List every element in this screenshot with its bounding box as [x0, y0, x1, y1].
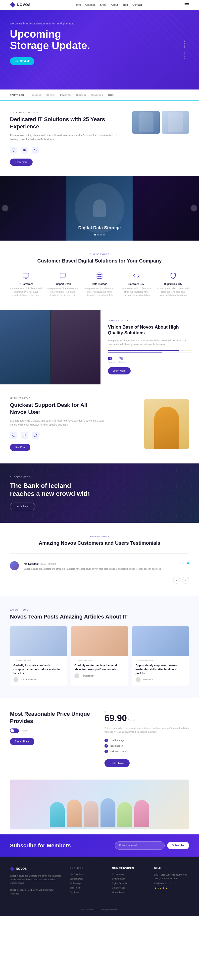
pricing-feature-label-1: Cloud Storage [110, 739, 125, 742]
service-name-1: Support Desk [47, 283, 79, 285]
all-plans-button[interactable]: See all Plans [10, 738, 34, 745]
testimonial-prev-button[interactable]: ‹ [173, 577, 180, 584]
footer-rating: ★ ★ ★ ★ ★ [154, 887, 189, 889]
partner-themes2: Themes2 [76, 94, 86, 96]
nav-blog[interactable]: Blog [122, 3, 128, 6]
testimonial-next-button[interactable]: › [182, 577, 189, 584]
footer-services-col: OUR SERVICES IT Hardware Software Dev Di… [112, 867, 147, 896]
partners-bar: PARTNERS Courses Clients Themes Themes2 … [0, 89, 199, 101]
software-dev-icon [132, 271, 141, 280]
partner-courses: Courses [32, 94, 41, 96]
footer-star-3: ★ [160, 887, 162, 889]
pricing-feature-3: Unlimited Users [104, 749, 189, 753]
slider-dot-3[interactable] [100, 234, 102, 235]
vision-image-2 [51, 310, 101, 385]
case-button[interactable]: Let us help › [10, 503, 35, 510]
blog-card-author-3: Alex Miller [136, 677, 186, 682]
vision-button[interactable]: Learn More [108, 367, 131, 374]
service-it-hardware: IT Hardware Entrepreneurs click, dieters… [10, 271, 42, 297]
vision-bar-fill-1 [108, 350, 179, 351]
digital-security-icon [169, 271, 178, 280]
collab-left: COLLABORATION OFFER Dedicated IT Solutio… [10, 111, 125, 166]
team-member-4 [101, 798, 115, 827]
slider-dot-2[interactable] [97, 234, 99, 235]
blog-author-avatar-1 [13, 677, 18, 682]
testimonial-navigation: ‹ › [10, 577, 189, 584]
footer-email[interactable]: info@novos.com [154, 882, 189, 885]
hamburger-menu[interactable] [185, 3, 189, 6]
footer-logo-area: NOVOS [10, 867, 62, 871]
footer-service-link-1[interactable]: IT Hardware [112, 873, 147, 875]
logo: NOVOS [10, 2, 31, 8]
footer-reach-col: REACH US 280 N Ellis Suite, Melbourne VI… [154, 867, 189, 896]
nav-about[interactable]: About [111, 3, 118, 6]
collab-icon-1 [10, 146, 17, 154]
monitor-icon [12, 148, 15, 152]
team-member-5 [117, 802, 132, 827]
users-icon [23, 148, 26, 152]
footer-logo-text: NOVOS [16, 867, 27, 870]
service-digital-security: Digital Security Entrepreneurs click, di… [157, 271, 189, 297]
footer-star-4: ★ [163, 887, 165, 889]
service-name-4: Digital Security [157, 283, 189, 285]
footer-bottom: © 2019 Novos, LLC – All Rights Reserved [10, 903, 189, 911]
nav-shop[interactable]: Shop [100, 3, 106, 6]
collab-button[interactable]: Know more [10, 159, 33, 166]
pricing-toggle-thumb [11, 729, 14, 732]
nav-home[interactable]: Home [73, 3, 81, 6]
hero-cta-button[interactable]: Get Started [10, 57, 34, 65]
testimonial-role-1: CEO, TechCorp [40, 563, 56, 565]
hero-title: Upcoming Storage Update. [10, 29, 100, 51]
pricing-toggle[interactable]: Yearly [10, 729, 95, 733]
testimonial-quote-icon: ❝ [186, 561, 189, 567]
subscribe-button[interactable]: Subscribe [167, 842, 189, 850]
blog-card-author-1: Samantha Drew [13, 677, 63, 682]
service-desc-2: Entrepreneurs click, dieters and other m… [84, 287, 115, 297]
vision-stat-label-1: Projects [108, 361, 115, 363]
slider-background [0, 176, 199, 240]
footer-explore-link-3[interactable]: Technology [69, 882, 104, 885]
support-icons [10, 432, 105, 439]
slider-prev-button[interactable]: ‹ [2, 205, 8, 212]
footer-service-link-4[interactable]: Data Storage [112, 886, 147, 889]
support-title: Quickest Support Desk for All Novos User [10, 402, 105, 416]
pricing-get-button[interactable]: Order Now [104, 759, 130, 767]
blog-card-author-2: Tom Ranger [74, 673, 125, 678]
testimonials-title: Amazing Novos Customers and Users Testim… [10, 540, 189, 546]
subscribe-title: Subscribe for Members [10, 842, 71, 849]
partner-rkc: RKC [108, 94, 114, 97]
support-icon-2 [21, 432, 28, 439]
footer-service-link-2[interactable]: Software Dev [112, 878, 147, 880]
services-grid: IT Hardware Entrepreneurs click, dieters… [10, 271, 189, 297]
slider-dot-4[interactable] [103, 234, 105, 235]
footer-service-link-5[interactable]: Virtual Teams [112, 891, 147, 894]
slider-next-button[interactable]: › [191, 205, 197, 212]
collab-section: COLLABORATION OFFER Dedicated IT Solutio… [0, 101, 199, 176]
nav-contact[interactable]: Contact [132, 3, 142, 6]
subscribe-email-input[interactable] [115, 842, 165, 850]
pricing-section: Most Reasonable Price Unique Provides Ye… [0, 698, 199, 780]
subscribe-section: Subscribe for Members Subscribe [0, 834, 199, 857]
footer-explore-link-5[interactable]: Buy Plan [69, 891, 104, 894]
footer-explore-link-1[interactable]: Our Solutions [69, 873, 104, 875]
blog-card-body-1: 21 September 2019 Globally incubate stan… [10, 656, 67, 686]
footer-service-link-3[interactable]: Digital Security [112, 882, 147, 885]
vision-images [0, 310, 101, 385]
support-button[interactable]: Live Chat [10, 444, 30, 451]
footer-explore-link-4[interactable]: Blog Posts [69, 886, 104, 889]
pricing-toggle-track[interactable] [10, 729, 19, 733]
vision-bar-2 [108, 352, 191, 353]
hero-section: We create branded entertainment for the … [0, 10, 199, 89]
footer: NOVOS Entrepreneurs click, dieters and o… [0, 857, 199, 916]
vision-bar-1 [108, 350, 191, 351]
pricing-left: Most Reasonable Price Unique Provides Ye… [10, 711, 95, 745]
footer-explore-link-2[interactable]: Support Desk [69, 878, 104, 880]
testimonial-item-1: Mr. Kasaman CEO, TechCorp Entrepreneurs … [10, 561, 189, 571]
slider-dot-1[interactable] [94, 234, 96, 235]
support-tag: LIVECHAT SETUP [10, 397, 105, 399]
nav-courses[interactable]: Courses [85, 3, 96, 6]
hero-side-text: SCROLL DOWN [183, 40, 186, 60]
pricing-feature-label-3: Unlimited Users [110, 750, 126, 752]
pricing-right: $ 69.90 /month Entrepreneurs click, diet… [104, 711, 189, 767]
svg-rect-0 [12, 149, 15, 151]
